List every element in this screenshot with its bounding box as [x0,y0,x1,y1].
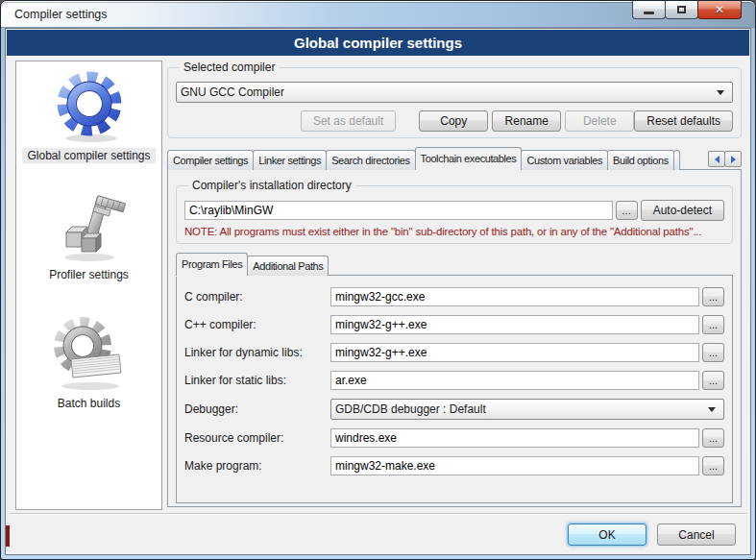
auto-detect-button[interactable]: Auto-detect [641,200,724,221]
resource-compiler-browse-button[interactable]: ... [702,428,724,448]
tab-scroll-right-button[interactable] [724,151,742,167]
selected-compiler-value: GNU GCC Compiler [181,85,713,99]
sidebar-item-label: Profiler settings [44,267,134,282]
tab-build-options[interactable]: Build options [607,150,674,170]
cpp-compiler-browse-button[interactable]: ... [702,315,724,334]
field-label: C++ compiler: [184,318,330,331]
field-label: Linker for dynamic libs: [184,346,330,359]
install-dir-input[interactable] [184,201,613,220]
field-row-resource-compiler: Resource compiler: ... [184,428,724,448]
page-title: Global compiler settings [7,30,749,56]
field-label: Make program: [184,459,330,473]
minimize-icon [644,12,654,14]
copy-button[interactable]: Copy [419,110,488,132]
program-files-panel: C compiler: ... C++ compiler: ... Linker… [176,275,733,503]
install-dir-note: NOTE: All programs must exist either in … [184,226,724,237]
selected-compiler-group: Selected compiler GNU GCC Compiler Set a… [167,61,742,138]
selected-compiler-select[interactable]: GNU GCC Compiler [176,82,733,103]
settings-tabstrip: Compiler settings Linker settings Search… [167,147,742,170]
debugger-value: GDB/CDB debugger : Default [335,402,704,416]
maximize-button[interactable] [665,1,698,19]
dynamic-linker-input[interactable] [330,343,699,362]
main-panel: Selected compiler GNU GCC Compiler Set a… [167,61,742,506]
arrow-right-icon [731,156,736,163]
tab-linker-settings[interactable]: Linker settings [253,150,327,170]
chevron-down-icon [704,400,719,419]
delete-button[interactable]: Delete [565,110,634,132]
arrow-left-icon [715,156,719,163]
close-icon: ✕ [715,4,724,15]
tab-overflow[interactable] [673,150,680,170]
titlebar[interactable]: Compiler settings ✕ [1,1,755,28]
tab-scroll-left-button[interactable] [708,151,725,167]
tab-scroll-buttons [709,151,742,167]
compiler-settings-window: Compiler settings ✕ Global compiler sett… [0,0,756,560]
sidebar-item-global-compiler-settings[interactable]: Global compiler settings [16,69,161,163]
window-title: Compiler settings [14,8,108,21]
tab-toolchain-executables[interactable]: Toolchain executables [415,147,523,170]
field-row-make-program: Make program: ... [184,456,724,475]
programs-subtabstrip: Program Files Additional Paths [176,254,733,276]
subtab-program-files[interactable]: Program Files [176,253,248,276]
field-row-dynamic-linker: Linker for dynamic libs: ... [184,343,724,362]
cpp-compiler-input[interactable] [330,315,699,334]
c-compiler-input[interactable] [330,287,699,306]
debugger-select[interactable]: GDB/CDB debugger : Default [330,399,724,420]
static-linker-input[interactable] [330,371,699,390]
install-dir-browse-button[interactable]: ... [616,201,638,220]
field-row-cpp-compiler: C++ compiler: ... [184,315,724,334]
footer-buttons: OK Cancel [568,523,736,546]
subtab-additional-paths[interactable]: Additional Paths [247,256,329,276]
close-button[interactable]: ✕ [697,1,742,19]
rename-button[interactable]: Rename [492,110,561,132]
gray-gear-papers-icon [50,315,129,392]
frame-artifact [6,525,10,547]
static-linker-browse-button[interactable]: ... [702,371,724,390]
make-program-browse-button[interactable]: ... [702,456,724,475]
dialog-body: Global compiler settings [5,28,751,555]
settings-category-list: Global compiler settings [15,61,162,510]
field-row-debugger: Debugger: GDB/CDB debugger : Default [184,399,724,420]
tabs-scroll-area: Compiler settings Linker settings Search… [167,147,706,170]
set-as-default-button[interactable]: Set as default [301,110,396,132]
compiler-buttons-row: Set as default Copy Rename Delete Reset … [176,110,733,132]
window-controls: ✕ [633,1,742,19]
c-compiler-browse-button[interactable]: ... [702,287,724,306]
ok-button[interactable]: OK [568,523,646,546]
maximize-icon [677,6,686,13]
dynamic-linker-browse-button[interactable]: ... [702,343,724,362]
field-row-static-linker: Linker for static libs: ... [184,371,724,390]
field-label: Debugger: [184,402,330,416]
field-label: Linker for static libs: [184,374,330,387]
field-label: C compiler: [184,290,330,304]
tab-search-directories[interactable]: Search directories [326,150,415,170]
chevron-down-icon [713,83,728,102]
footer-separator [10,513,746,515]
field-label: Resource compiler: [184,431,330,445]
blue-gear-icon [53,69,126,144]
toolchain-executables-panel: Compiler's installation directory ... Au… [167,169,742,507]
sidebar-item-profiler-settings[interactable]: Profiler settings [16,192,161,282]
cancel-button[interactable]: Cancel [657,523,736,546]
minimize-button[interactable] [632,1,666,19]
install-dir-group-label: Compiler's installation directory [188,179,355,192]
make-program-input[interactable] [330,456,699,475]
tab-custom-variables[interactable]: Custom variables [521,150,608,170]
sidebar-item-label: Batch builds [53,396,125,411]
install-dir-row: ... Auto-detect [184,200,724,221]
selected-compiler-group-label: Selected compiler [180,61,279,74]
caliper-cubes-icon [53,192,126,263]
install-dir-group: Compiler's installation directory ... Au… [176,179,733,244]
field-row-c-compiler: C compiler: ... [184,287,724,306]
sidebar-item-label: Global compiler settings [22,148,155,163]
tab-compiler-settings[interactable]: Compiler settings [167,150,254,170]
sidebar-item-batch-builds[interactable]: Batch builds [16,315,161,411]
resource-compiler-input[interactable] [330,428,699,448]
reset-defaults-button[interactable]: Reset defaults [634,110,733,132]
